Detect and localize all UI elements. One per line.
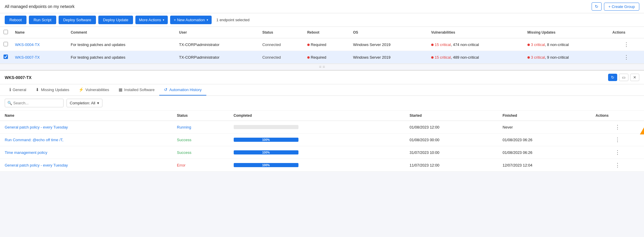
endpoint-os-1: Windows Server 2019 (349, 51, 427, 64)
auto-col-status: Status (172, 111, 229, 121)
auto-progress-0 (229, 121, 405, 134)
auto-actions-1[interactable]: ⋮ (613, 136, 623, 143)
search-wrap: 🔍 (5, 99, 64, 107)
search-input[interactable] (5, 99, 64, 107)
auto-name-1[interactable]: Run Command: @echo off time /T, (5, 138, 63, 142)
col-name: Name (11, 27, 67, 38)
auto-started-3: 11/07/2023 12:00 (405, 159, 498, 172)
more-actions-button[interactable]: More Actions ▾ (135, 16, 168, 24)
detail-refresh-button[interactable]: ↻ (608, 74, 617, 81)
create-group-button[interactable]: + Create Group (604, 3, 639, 11)
automation-row: Run Command: @echo off time /T, Success … (0, 134, 644, 146)
tab-installed-software[interactable]: ▦ Installed Software (114, 84, 159, 96)
detail-panel: WKS-0007-TX ↻ ▭ ✕ ℹ General ⬇ Missing Up… (0, 70, 644, 172)
endpoint-name-1[interactable]: WKS-0007-TX (15, 55, 40, 60)
endpoint-comment-0: For testing patches and updates (67, 38, 175, 51)
tab-vulnerabilities[interactable]: ⚡ Vulnerabilities (74, 84, 114, 96)
endpoint-os-0: Windows Server 2019 (349, 38, 427, 51)
top-bar: All managed endpoints on my network ↻ + … (0, 0, 644, 13)
table-row: WKS-0004-TX For testing patches and upda… (0, 38, 644, 51)
endpoint-status-1: Connected (259, 51, 303, 64)
detail-title: WKS-0007-TX (5, 75, 31, 80)
detail-header: WKS-0007-TX ↻ ▭ ✕ (0, 71, 644, 84)
vulnerabilities-icon: ⚡ (79, 87, 84, 92)
select-all-checkbox[interactable] (4, 30, 8, 34)
col-comment: Comment (67, 27, 175, 38)
auto-actions-0[interactable]: ⋮ (613, 124, 623, 131)
endpoint-name-0[interactable]: WKS-0004-TX (15, 42, 40, 47)
endpoint-vuln-0: 15 critical, 474 non-critical (428, 38, 524, 51)
auto-finished-3: 12/07/2023 12:04 (498, 159, 591, 172)
auto-status-1: Success (172, 134, 229, 146)
installed-software-icon: ▦ (119, 87, 122, 92)
automation-table: Name Status Completed Started Finished A… (0, 111, 644, 172)
col-user: User (175, 27, 259, 38)
endpoint-vuln-1: 15 critical, 489 non-critical (428, 51, 524, 64)
col-status: Status (259, 27, 303, 38)
auto-status-3: Error (172, 159, 229, 172)
filters-row: 🔍 Completion: All ▾ (0, 96, 644, 111)
endpoint-updates-1: 3 critical, 9 non-critical (524, 51, 609, 64)
toolbar: Reboot Run Script Deploy Software Deploy… (0, 13, 644, 27)
automation-row: General patch policy - every Tuesday Run… (0, 121, 644, 134)
endpoint-actions-0[interactable]: ⋮ (621, 41, 631, 48)
drag-handle[interactable]: = = (0, 64, 644, 70)
missing-updates-icon: ⬇ (36, 87, 39, 92)
auto-name-2[interactable]: Time management policy (5, 150, 47, 155)
auto-col-actions: Actions (591, 111, 644, 121)
page-title: All managed endpoints on my network (5, 4, 74, 9)
auto-col-name: Name (0, 111, 172, 121)
reboot-button[interactable]: Reboot (5, 16, 26, 24)
auto-name-3[interactable]: General patch policy - every Tuesday (5, 163, 68, 167)
auto-started-0: 01/08/2023 12:00 (405, 121, 498, 134)
selected-count: 1 endpoint selected (216, 18, 250, 22)
auto-finished-0: Never (498, 121, 591, 134)
tab-general[interactable]: ℹ General (5, 84, 31, 96)
row-checkbox-0[interactable] (4, 42, 8, 46)
auto-col-completed: Completed (229, 111, 405, 121)
refresh-button[interactable]: ↻ (592, 2, 602, 11)
search-icon: 🔍 (7, 101, 12, 105)
automation-row: General patch policy - every Tuesday Err… (0, 159, 644, 172)
tab-missing-updates[interactable]: ⬇ Missing Updates (31, 84, 74, 96)
auto-progress-3: 100% (229, 159, 405, 172)
endpoint-reboot-1: Required (304, 51, 350, 64)
detail-expand-button[interactable]: ▭ (619, 74, 628, 81)
endpoint-actions-1[interactable]: ⋮ (621, 54, 631, 61)
completion-filter[interactable]: Completion: All ▾ (67, 99, 102, 107)
col-actions: Actions (609, 27, 644, 38)
run-script-button[interactable]: Run Script (29, 16, 56, 24)
top-bar-actions: ↻ + Create Group (592, 2, 639, 11)
col-vulnerabilities: Vulnerabilities (428, 27, 524, 38)
auto-finished-1: 01/08/2023 06:26 (498, 134, 591, 146)
auto-finished-2: 01/08/2023 06:26 (498, 146, 591, 159)
filter-arrow-icon: ▾ (97, 101, 99, 105)
row-checkbox-1[interactable] (4, 55, 8, 59)
deploy-update-button[interactable]: Deploy Update (98, 16, 133, 24)
endpoints-table: Name Comment User Status Reboot OS Vulne… (0, 27, 644, 64)
auto-started-2: 31/07/2023 10:00 (405, 146, 498, 159)
auto-status-2: Success (172, 146, 229, 159)
auto-started-1: 01/08/2023 00:00 (405, 134, 498, 146)
endpoint-comment-1: For testing patches and updates (67, 51, 175, 64)
automation-history-icon: ↺ (164, 87, 167, 92)
detail-tabs: ℹ General ⬇ Missing Updates ⚡ Vulnerabil… (0, 84, 644, 96)
endpoint-updates-0: 3 critical, 8 non-critical (524, 38, 609, 51)
col-missing-updates: Missing Updates (524, 27, 609, 38)
auto-col-started: Started (405, 111, 498, 121)
tab-automation-history[interactable]: ↺ Automation History (159, 84, 206, 96)
deploy-software-button[interactable]: Deploy Software (59, 16, 96, 24)
col-reboot: Reboot (304, 27, 350, 38)
auto-col-finished: Finished (498, 111, 591, 121)
endpoint-user-0: TX-CORP\administrator (175, 38, 259, 51)
auto-actions-2[interactable]: ⋮ (613, 149, 623, 156)
endpoints-table-section: Name Comment User Status Reboot OS Vulne… (0, 27, 644, 64)
auto-actions-3[interactable]: ⋮ (613, 162, 623, 169)
endpoint-reboot-0: Required (304, 38, 350, 51)
more-actions-arrow-icon: ▾ (163, 18, 164, 22)
detail-close-button[interactable]: ✕ (630, 74, 639, 81)
detail-controls: ↻ ▭ ✕ (608, 74, 639, 81)
new-automation-button[interactable]: + New Automation ▾ (170, 16, 212, 24)
auto-name-0[interactable]: General patch policy - every Tuesday (5, 125, 68, 129)
automation-row: Time management policy Success 100% 31/0… (0, 146, 644, 159)
